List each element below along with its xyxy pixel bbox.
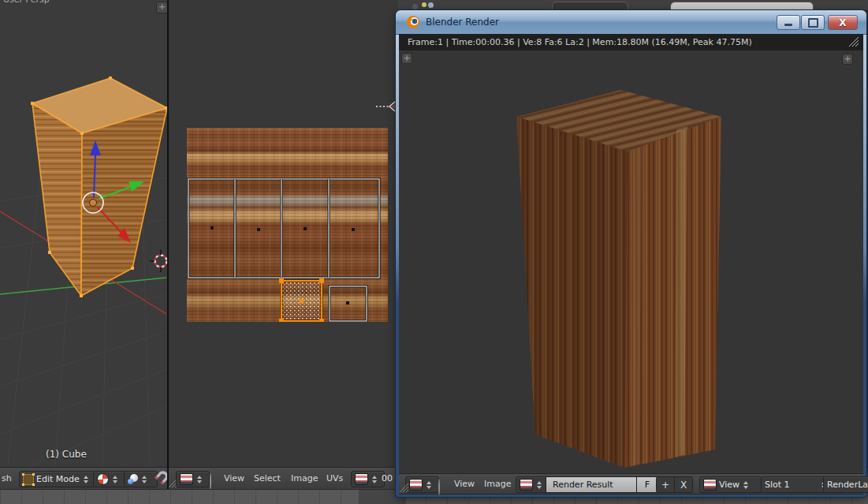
- image-name-field[interactable]: 00: [382, 468, 393, 489]
- chevron-updown-icon: [113, 476, 117, 483]
- image-editor-icon: [409, 479, 423, 491]
- fake-user-button[interactable]: F: [636, 476, 658, 493]
- expand-region-button-render-left[interactable]: +: [401, 53, 412, 64]
- cursor-3d[interactable]: [150, 250, 167, 272]
- maximize-button[interactable]: [801, 15, 825, 30]
- render-menu-image[interactable]: Image: [484, 474, 511, 494]
- pin-icon[interactable]: [438, 479, 440, 495]
- chevron-updown-icon: [743, 481, 748, 489]
- window-corner-grip[interactable]: [400, 483, 409, 493]
- pivot-dropdown[interactable]: [93, 471, 127, 487]
- background-dot-icon: [428, 2, 434, 8]
- uv-menu-image[interactable]: Image: [291, 468, 318, 489]
- uv-menu-select[interactable]: Select: [254, 468, 281, 489]
- window-titlebar[interactable]: Blender Render X: [396, 10, 866, 35]
- image-editor-icon: [180, 473, 193, 485]
- render-stats-bar: Frame:1 | Time:00:00.36 | Ve:8 Fa:6 La:2…: [399, 34, 863, 50]
- active-object-label: (1) Cube: [46, 449, 87, 460]
- unlink-image-button[interactable]: X: [674, 476, 693, 493]
- snap-magnet-icon[interactable]: [155, 471, 167, 487]
- viewport-3d-header: sh Edit Mode: [0, 467, 168, 491]
- blender-screen: User Persp (1) Cube + + + sh Edit Mode: [0, 0, 868, 504]
- view-mode-icon: [703, 479, 717, 491]
- uv-island-sides[interactable]: [188, 179, 379, 278]
- expand-region-button-3dview[interactable]: +: [156, 2, 168, 13]
- render-result-area[interactable]: + +: [399, 50, 863, 473]
- slot-dropdown[interactable]: Slot 1: [761, 476, 830, 493]
- uv-island-top-face-selected[interactable]: [279, 278, 324, 322]
- mode-dropdown[interactable]: Edit Mode: [19, 471, 95, 487]
- uv-island-bottom-face[interactable]: [330, 286, 367, 321]
- background-dot-icon: [412, 4, 418, 9]
- image-datablock-dropdown[interactable]: [351, 471, 385, 487]
- region-corner-grip[interactable]: [848, 35, 860, 48]
- cursor-2d[interactable]: [376, 101, 397, 112]
- edit-cube[interactable]: [32, 78, 167, 296]
- chevron-updown-icon: [372, 476, 377, 483]
- render-layer-dropdown[interactable]: RenderLayer: [823, 476, 868, 493]
- new-image-button[interactable]: +: [656, 476, 675, 493]
- background-header-strip: [398, 0, 868, 11]
- x-icon: X: [680, 480, 687, 491]
- uv-menu-view[interactable]: View: [224, 468, 244, 489]
- chevron-updown-icon: [142, 476, 147, 483]
- editor-type-dropdown[interactable]: [176, 471, 210, 487]
- chevron-updown-icon: [537, 481, 542, 489]
- minimize-button[interactable]: [777, 15, 800, 30]
- blender-logo-icon: [406, 15, 420, 29]
- window-title: Blender Render: [426, 10, 499, 34]
- uv-menu-uvs[interactable]: UVs: [326, 468, 343, 489]
- mesh-menu[interactable]: sh: [2, 468, 12, 489]
- render-stats-text: Frame:1 | Time:00:00.36 | Ve:8 Fa:6 La:2…: [399, 37, 752, 47]
- close-button[interactable]: X: [828, 15, 858, 30]
- chevron-updown-icon: [84, 476, 88, 483]
- frame-highlight: [863, 34, 866, 302]
- viewport-3d[interactable]: User Persp (1) Cube: [0, 0, 167, 467]
- chevron-updown-icon: [427, 481, 431, 489]
- expand-region-button-render-right[interactable]: +: [842, 54, 853, 65]
- blender-render-window[interactable]: Blender Render X Frame:1 | Time:00:00.36…: [396, 10, 866, 497]
- shading-dropdown[interactable]: [124, 471, 158, 487]
- pivot-icon: [97, 473, 109, 485]
- mode-label: Edit Mode: [36, 474, 80, 484]
- image-name-field[interactable]: Render Result: [546, 476, 646, 493]
- image-datablock-icon: [520, 479, 533, 491]
- editor-type-dropdown[interactable]: [405, 476, 439, 493]
- pin-icon[interactable]: [210, 473, 211, 490]
- image-datablock-dropdown[interactable]: [516, 476, 547, 493]
- rendered-box: [516, 90, 721, 468]
- plus-icon: +: [661, 480, 669, 491]
- editmode-vertex-icon: [23, 474, 34, 485]
- background-dot-icon: [422, 2, 427, 7]
- shading-icon: [128, 474, 138, 484]
- viewport-label: User Persp: [3, 0, 50, 5]
- image-datablock-icon: [355, 473, 368, 485]
- render-window-header: View Image Render Result F + X View: [399, 473, 863, 495]
- view-mode-dropdown[interactable]: View: [699, 476, 762, 493]
- render-menu-view[interactable]: View: [454, 474, 475, 494]
- chevron-updown-icon: [197, 476, 202, 483]
- cube-left-face: [32, 103, 82, 296]
